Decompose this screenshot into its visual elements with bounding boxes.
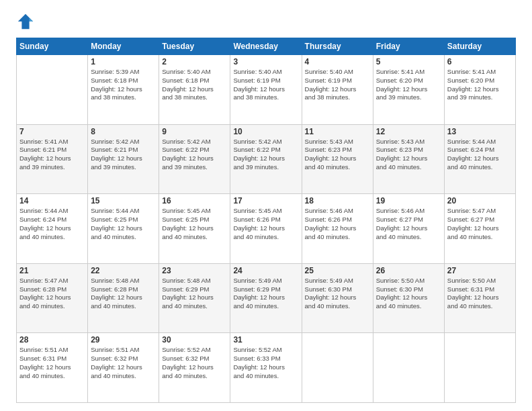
calendar-cell: 27Sunrise: 5:50 AM Sunset: 6:31 PM Dayli… — [444, 263, 515, 333]
day-number: 3 — [233, 57, 298, 66]
day-number: 21 — [19, 266, 85, 275]
calendar-day-header: Wednesday — [230, 38, 302, 55]
day-info: Sunrise: 5:50 AM Sunset: 6:31 PM Dayligh… — [447, 277, 513, 311]
day-number: 18 — [305, 196, 370, 205]
day-info: Sunrise: 5:51 AM Sunset: 6:31 PM Dayligh… — [19, 346, 85, 380]
calendar-week-row: 7Sunrise: 5:41 AM Sunset: 6:21 PM Daylig… — [17, 124, 516, 194]
day-info: Sunrise: 5:44 AM Sunset: 6:24 PM Dayligh… — [447, 138, 513, 172]
day-info: Sunrise: 5:49 AM Sunset: 6:29 PM Dayligh… — [233, 277, 298, 311]
day-info: Sunrise: 5:50 AM Sunset: 6:30 PM Dayligh… — [376, 277, 441, 311]
calendar-cell: 30Sunrise: 5:52 AM Sunset: 6:32 PM Dayli… — [159, 333, 230, 403]
day-number: 28 — [19, 335, 85, 345]
day-number: 7 — [19, 127, 85, 136]
calendar-cell: 19Sunrise: 5:46 AM Sunset: 6:27 PM Dayli… — [373, 194, 444, 264]
calendar-cell: 9Sunrise: 5:42 AM Sunset: 6:22 PM Daylig… — [159, 124, 230, 194]
day-info: Sunrise: 5:41 AM Sunset: 6:20 PM Dayligh… — [447, 68, 513, 102]
calendar-cell: 31Sunrise: 5:52 AM Sunset: 6:33 PM Dayli… — [230, 333, 302, 403]
day-info: Sunrise: 5:52 AM Sunset: 6:32 PM Dayligh… — [162, 346, 227, 380]
calendar-table: SundayMondayTuesdayWednesdayThursdayFrid… — [16, 38, 516, 403]
day-number: 26 — [376, 266, 441, 275]
day-number: 31 — [233, 335, 298, 345]
calendar-cell: 18Sunrise: 5:46 AM Sunset: 6:26 PM Dayli… — [302, 194, 373, 264]
day-number: 15 — [91, 196, 156, 205]
svg-marker-1 — [30, 17, 34, 21]
day-info: Sunrise: 5:41 AM Sunset: 6:21 PM Dayligh… — [19, 138, 85, 172]
calendar-cell: 17Sunrise: 5:45 AM Sunset: 6:26 PM Dayli… — [230, 194, 302, 264]
calendar-week-row: 28Sunrise: 5:51 AM Sunset: 6:31 PM Dayli… — [17, 333, 516, 403]
page: SundayMondayTuesdayWednesdayThursdayFrid… — [0, 0, 532, 411]
calendar-cell: 14Sunrise: 5:44 AM Sunset: 6:24 PM Dayli… — [17, 194, 88, 264]
calendar-cell: 5Sunrise: 5:41 AM Sunset: 6:20 PM Daylig… — [373, 55, 444, 125]
day-number: 4 — [305, 57, 370, 66]
day-info: Sunrise: 5:39 AM Sunset: 6:18 PM Dayligh… — [91, 68, 156, 102]
calendar-cell: 1Sunrise: 5:39 AM Sunset: 6:18 PM Daylig… — [88, 55, 159, 125]
day-number: 6 — [447, 57, 513, 66]
day-number: 25 — [305, 266, 370, 275]
day-info: Sunrise: 5:42 AM Sunset: 6:22 PM Dayligh… — [162, 138, 227, 172]
calendar-cell: 24Sunrise: 5:49 AM Sunset: 6:29 PM Dayli… — [230, 263, 302, 333]
day-info: Sunrise: 5:40 AM Sunset: 6:18 PM Dayligh… — [162, 68, 227, 102]
day-number: 24 — [233, 266, 298, 275]
day-number: 2 — [162, 57, 227, 66]
day-info: Sunrise: 5:46 AM Sunset: 6:27 PM Dayligh… — [376, 207, 441, 241]
day-info: Sunrise: 5:40 AM Sunset: 6:19 PM Dayligh… — [233, 68, 298, 102]
day-info: Sunrise: 5:40 AM Sunset: 6:19 PM Dayligh… — [305, 68, 370, 102]
day-number: 17 — [233, 196, 298, 205]
calendar-cell: 15Sunrise: 5:44 AM Sunset: 6:25 PM Dayli… — [88, 194, 159, 264]
logo-icon — [16, 12, 35, 31]
calendar-cell: 23Sunrise: 5:48 AM Sunset: 6:29 PM Dayli… — [159, 263, 230, 333]
calendar-cell — [444, 333, 515, 403]
calendar-cell: 11Sunrise: 5:43 AM Sunset: 6:23 PM Dayli… — [302, 124, 373, 194]
day-number: 19 — [376, 196, 441, 205]
calendar-week-row: 1Sunrise: 5:39 AM Sunset: 6:18 PM Daylig… — [17, 55, 516, 125]
calendar-cell: 22Sunrise: 5:48 AM Sunset: 6:28 PM Dayli… — [88, 263, 159, 333]
calendar-cell: 20Sunrise: 5:47 AM Sunset: 6:27 PM Dayli… — [444, 194, 515, 264]
header — [16, 12, 516, 31]
day-info: Sunrise: 5:48 AM Sunset: 6:28 PM Dayligh… — [91, 277, 156, 311]
day-number: 16 — [162, 196, 227, 205]
day-number: 8 — [91, 127, 156, 136]
day-number: 9 — [162, 127, 227, 136]
day-info: Sunrise: 5:45 AM Sunset: 6:25 PM Dayligh… — [162, 207, 227, 241]
calendar-cell: 2Sunrise: 5:40 AM Sunset: 6:18 PM Daylig… — [159, 55, 230, 125]
calendar-day-header: Tuesday — [159, 38, 230, 55]
calendar-cell: 7Sunrise: 5:41 AM Sunset: 6:21 PM Daylig… — [17, 124, 88, 194]
day-number: 1 — [91, 57, 156, 66]
calendar-week-row: 14Sunrise: 5:44 AM Sunset: 6:24 PM Dayli… — [17, 194, 516, 264]
calendar-cell: 12Sunrise: 5:43 AM Sunset: 6:23 PM Dayli… — [373, 124, 444, 194]
day-info: Sunrise: 5:41 AM Sunset: 6:20 PM Dayligh… — [376, 68, 441, 102]
day-info: Sunrise: 5:47 AM Sunset: 6:27 PM Dayligh… — [447, 207, 513, 241]
calendar-cell — [302, 333, 373, 403]
calendar-cell — [373, 333, 444, 403]
day-number: 5 — [376, 57, 441, 66]
day-info: Sunrise: 5:44 AM Sunset: 6:25 PM Dayligh… — [91, 207, 156, 241]
day-info: Sunrise: 5:42 AM Sunset: 6:22 PM Dayligh… — [233, 138, 298, 172]
calendar-day-header: Sunday — [17, 38, 88, 55]
day-info: Sunrise: 5:51 AM Sunset: 6:32 PM Dayligh… — [91, 346, 156, 380]
calendar-cell: 29Sunrise: 5:51 AM Sunset: 6:32 PM Dayli… — [88, 333, 159, 403]
calendar-cell: 25Sunrise: 5:49 AM Sunset: 6:30 PM Dayli… — [302, 263, 373, 333]
calendar-cell: 13Sunrise: 5:44 AM Sunset: 6:24 PM Dayli… — [444, 124, 515, 194]
day-info: Sunrise: 5:44 AM Sunset: 6:24 PM Dayligh… — [19, 207, 85, 241]
day-info: Sunrise: 5:43 AM Sunset: 6:23 PM Dayligh… — [305, 138, 370, 172]
calendar-cell: 8Sunrise: 5:42 AM Sunset: 6:21 PM Daylig… — [88, 124, 159, 194]
day-info: Sunrise: 5:46 AM Sunset: 6:26 PM Dayligh… — [305, 207, 370, 241]
day-info: Sunrise: 5:49 AM Sunset: 6:30 PM Dayligh… — [305, 277, 370, 311]
calendar-day-header: Thursday — [302, 38, 373, 55]
day-info: Sunrise: 5:48 AM Sunset: 6:29 PM Dayligh… — [162, 277, 227, 311]
calendar-cell: 10Sunrise: 5:42 AM Sunset: 6:22 PM Dayli… — [230, 124, 302, 194]
calendar-cell: 6Sunrise: 5:41 AM Sunset: 6:20 PM Daylig… — [444, 55, 515, 125]
day-number: 11 — [305, 127, 370, 136]
day-info: Sunrise: 5:42 AM Sunset: 6:21 PM Dayligh… — [91, 138, 156, 172]
calendar-cell: 28Sunrise: 5:51 AM Sunset: 6:31 PM Dayli… — [17, 333, 88, 403]
day-info: Sunrise: 5:52 AM Sunset: 6:33 PM Dayligh… — [233, 346, 298, 380]
day-number: 30 — [162, 335, 227, 345]
day-number: 22 — [91, 266, 156, 275]
calendar-cell: 21Sunrise: 5:47 AM Sunset: 6:28 PM Dayli… — [17, 263, 88, 333]
day-info: Sunrise: 5:47 AM Sunset: 6:28 PM Dayligh… — [19, 277, 85, 311]
calendar-cell: 26Sunrise: 5:50 AM Sunset: 6:30 PM Dayli… — [373, 263, 444, 333]
calendar-cell — [17, 55, 88, 125]
logo — [16, 12, 38, 31]
day-number: 10 — [233, 127, 298, 136]
day-info: Sunrise: 5:43 AM Sunset: 6:23 PM Dayligh… — [376, 138, 441, 172]
